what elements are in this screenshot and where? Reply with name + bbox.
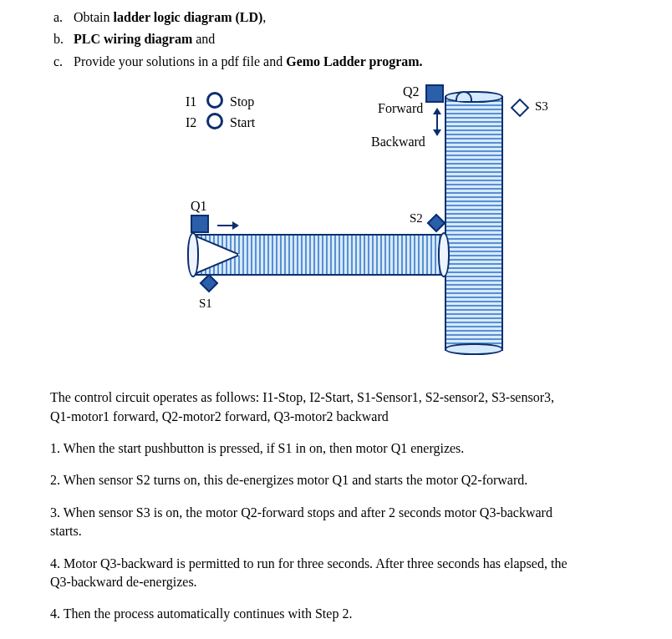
horizontal-conveyor-left-roller — [187, 232, 199, 277]
task-a-marker: a. — [50, 8, 74, 27]
task-b-marker: b. — [50, 30, 74, 48]
task-c-pre: Provide your solutions in a pdf file and — [74, 54, 286, 68]
vertical-conveyor — [445, 96, 503, 351]
step-4: 4. Motor Q3-backward is permitted to run… — [50, 555, 622, 592]
start-label: Start — [230, 114, 255, 132]
vertical-conveyor-bottom-roller — [445, 343, 503, 355]
plc-diagram: I1 Stop I2 Start Q2 Forward Backward S3 … — [127, 88, 545, 363]
start-button-icon — [206, 113, 223, 129]
step-2: 2. When sensor S2 turns on, this de-ener… — [50, 471, 622, 489]
s1-label: S1 — [199, 295, 212, 312]
right-arrow-icon — [217, 225, 237, 226]
task-a-content: Obtain ladder logic diagram (LD), — [74, 8, 622, 27]
vertical-conveyor-top-roller — [445, 91, 503, 103]
task-c-bold: Gemo Ladder program. — [286, 54, 422, 68]
step-5: 4. Then the process automatically contin… — [50, 605, 622, 623]
forward-label: Forward — [378, 99, 423, 118]
q1-motor-icon — [191, 215, 209, 233]
q2-motor-icon — [425, 84, 444, 103]
up-down-arrow-icon — [436, 109, 438, 134]
task-list: a. Obtain ladder logic diagram (LD), b. … — [50, 8, 622, 71]
task-b-post: and — [192, 32, 215, 46]
step-4-line1: 4. Motor Q3-backward is permitted to run… — [50, 555, 622, 573]
task-b: b. PLC wiring diagram and — [50, 30, 622, 48]
task-a-pre: Obtain — [74, 10, 114, 24]
step-1: 1. When the start pushbutton is pressed,… — [50, 439, 622, 458]
step-3-line2: starts. — [50, 522, 622, 540]
diagram-container: I1 Stop I2 Start Q2 Forward Backward S3 … — [50, 88, 622, 363]
s3-label: S3 — [535, 98, 548, 115]
s3-sensor-icon — [511, 99, 530, 118]
step-3: 3. When sensor S3 is on, the motor Q2-fo… — [50, 504, 622, 541]
s1-sensor-icon — [200, 274, 219, 293]
circuit-description-line2: Q1-motor1 forward, Q2-motor2 forward, Q3… — [50, 408, 622, 426]
step-3-line1: 3. When sensor S3 is on, the motor Q2-fo… — [50, 504, 622, 522]
task-b-content: PLC wiring diagram and — [74, 30, 622, 48]
s2-sensor-icon — [427, 214, 446, 233]
task-a-bold: ladder logic diagram (LD) — [114, 10, 263, 24]
task-a: a. Obtain ladder logic diagram (LD), — [50, 8, 622, 27]
task-a-post: , — [262, 10, 266, 24]
circuit-description: The control circuit operates as follows:… — [50, 388, 622, 426]
task-c-marker: c. — [50, 53, 74, 71]
task-c: c. Provide your solutions in a pdf file … — [50, 53, 622, 71]
backward-label: Backward — [371, 133, 425, 151]
step-4-line2: Q3-backward de-energizes. — [50, 573, 622, 591]
horizontal-conveyor-right-roller — [438, 232, 450, 277]
task-b-bold: PLC wiring diagram — [74, 32, 192, 46]
horizontal-conveyor-wedge — [194, 236, 241, 274]
s2-label: S2 — [410, 210, 423, 227]
i2-label: I2 — [186, 114, 196, 132]
stop-button-icon — [206, 92, 223, 109]
circuit-description-line1: The control circuit operates as follows:… — [50, 388, 622, 407]
vertical-conveyor-crimp-icon — [456, 91, 472, 101]
q1-label: Q1 — [191, 197, 207, 216]
i1-label: I1 — [186, 93, 196, 111]
stop-label: Stop — [230, 93, 254, 111]
task-c-content: Provide your solutions in a pdf file and… — [74, 53, 622, 71]
